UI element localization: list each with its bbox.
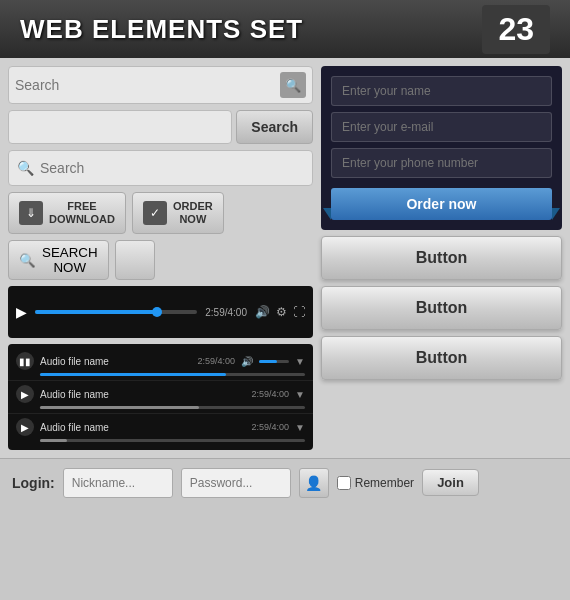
settings-icon[interactable]: ⚙	[276, 305, 287, 319]
video-player: ▶ 2:59/4:00 🔊 ⚙ ⛶	[8, 286, 313, 338]
order-now-form-button[interactable]: Order now	[331, 188, 552, 220]
header-title: WEB ELEMENTS SET	[20, 14, 303, 45]
search-button-2[interactable]: Search	[236, 110, 313, 144]
login-label: Login:	[12, 475, 55, 491]
search-icon-button-1[interactable]: 🔍	[280, 72, 306, 98]
vol-track-1[interactable]	[259, 360, 289, 363]
phone-field[interactable]	[331, 148, 552, 178]
order-now-button[interactable]: ✓ ORDERNOW	[132, 192, 224, 234]
check-icon: ✓	[143, 201, 167, 225]
audio-progress-3	[40, 439, 305, 442]
email-field[interactable]	[331, 112, 552, 142]
audio-play-button-2[interactable]: ▶	[16, 385, 34, 403]
video-progress-track[interactable]	[35, 310, 197, 314]
audio-name-1: Audio file name	[40, 356, 192, 367]
audio-item-1: ▮▮ Audio file name 2:59/4:00 🔊 ▼	[8, 348, 313, 381]
search-input-1[interactable]	[15, 77, 280, 93]
password-input[interactable]	[181, 468, 291, 498]
gray-button-2[interactable]: Button	[321, 286, 562, 330]
audio-item-2: ▶ Audio file name 2:59/4:00 ▼	[8, 381, 313, 414]
header: WEB ELEMENTS SET 23	[0, 0, 570, 58]
nickname-input[interactable]	[63, 468, 173, 498]
audio-fill-2	[40, 406, 199, 409]
ribbon-left	[323, 208, 331, 220]
free-download-label: FREEDOWNLOAD	[49, 200, 115, 226]
audio-expand-1[interactable]: ▼	[295, 356, 305, 367]
search-now-button[interactable]: 🔍 SEARCHNOW	[8, 240, 109, 280]
video-play-button[interactable]: ▶	[16, 304, 27, 320]
audio-progress-1	[40, 373, 305, 376]
audio-top-1: ▮▮ Audio file name 2:59/4:00 🔊 ▼	[16, 352, 305, 370]
right-column: Order now Button Button Button	[321, 66, 562, 450]
audio-track-1[interactable]	[40, 373, 305, 376]
audio-time-2: 2:59/4:00	[252, 389, 290, 399]
audio-expand-2[interactable]: ▼	[295, 389, 305, 400]
order-form: Order now	[321, 66, 562, 230]
remember-wrap: Remember	[337, 476, 414, 490]
audio-progress-2	[40, 406, 305, 409]
video-controls: 🔊 ⚙ ⛶	[255, 305, 305, 319]
free-download-button[interactable]: ⇓ FREEDOWNLOAD	[8, 192, 126, 234]
search-now-label: SEARCHNOW	[42, 245, 98, 275]
audio-time-1: 2:59/4:00	[198, 356, 236, 366]
video-time: 2:59/4:00	[205, 307, 247, 318]
name-field[interactable]	[331, 76, 552, 106]
action-buttons-row: ⇓ FREEDOWNLOAD ✓ ORDERNOW	[8, 192, 313, 234]
gray-button-3[interactable]: Button	[321, 336, 562, 380]
volume-icon-1[interactable]: 🔊	[241, 356, 253, 367]
audio-expand-3[interactable]: ▼	[295, 422, 305, 433]
video-progress-thumb	[152, 307, 162, 317]
audio-fill-3	[40, 439, 67, 442]
gray-button-1[interactable]: Button	[321, 236, 562, 280]
search-bar-1: 🔍	[8, 66, 313, 104]
audio-item-3: ▶ Audio file name 2:59/4:00 ▼	[8, 414, 313, 446]
user-icon: 👤	[299, 468, 329, 498]
audio-play-button-3[interactable]: ▶	[16, 418, 34, 436]
video-progress-fill	[35, 310, 157, 314]
left-column: 🔍 Search 🔍 ⇓ FREEDOWNLOAD ✓ ORDERNOW	[8, 66, 313, 450]
audio-track-3[interactable]	[40, 439, 305, 442]
small-square-button[interactable]	[115, 240, 155, 280]
search-bar-2: Search	[8, 110, 313, 144]
search-input-3[interactable]	[40, 160, 304, 176]
audio-top-2: ▶ Audio file name 2:59/4:00 ▼	[16, 385, 305, 403]
search-bar-3: 🔍	[8, 150, 313, 186]
audio-track-2[interactable]	[40, 406, 305, 409]
order-now-label: ORDERNOW	[173, 200, 213, 226]
audio-name-2: Audio file name	[40, 389, 246, 400]
search-input-2[interactable]	[8, 110, 232, 144]
remember-checkbox[interactable]	[337, 476, 351, 490]
audio-name-3: Audio file name	[40, 422, 246, 433]
small-buttons-row: 🔍 SEARCHNOW	[8, 240, 313, 280]
audio-pause-button-1[interactable]: ▮▮	[16, 352, 34, 370]
audio-fill-1	[40, 373, 226, 376]
order-button-wrap: Order now	[331, 184, 552, 220]
remember-label: Remember	[355, 476, 414, 490]
fullscreen-icon[interactable]: ⛶	[293, 305, 305, 319]
join-button[interactable]: Join	[422, 469, 479, 496]
search-icon-3: 🔍	[17, 160, 34, 176]
audio-players: ▮▮ Audio file name 2:59/4:00 🔊 ▼ ▶	[8, 344, 313, 450]
login-bar: Login: 👤 Remember Join	[0, 458, 570, 506]
search-now-icon: 🔍	[19, 253, 36, 268]
main-content: 🔍 Search 🔍 ⇓ FREEDOWNLOAD ✓ ORDERNOW	[0, 58, 570, 458]
audio-top-3: ▶ Audio file name 2:59/4:00 ▼	[16, 418, 305, 436]
download-icon: ⇓	[19, 201, 43, 225]
ribbon-right	[552, 208, 560, 220]
volume-icon[interactable]: 🔊	[255, 305, 270, 319]
audio-time-3: 2:59/4:00	[252, 422, 290, 432]
header-number: 23	[482, 5, 550, 54]
